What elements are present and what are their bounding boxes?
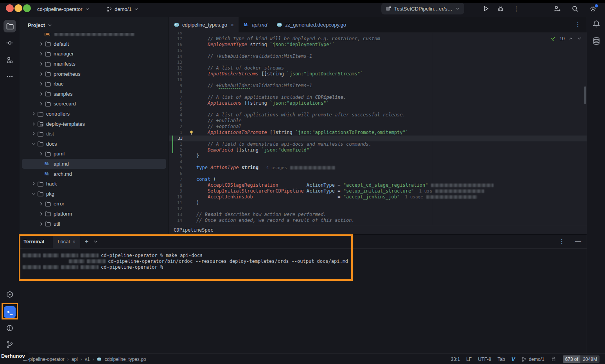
encoding-widget[interactable]: UTF-8 xyxy=(478,357,491,362)
chevron-right-icon[interactable] xyxy=(38,71,45,77)
breadcrumb-item[interactable]: cd-pipeline-operator xyxy=(23,357,65,362)
debug-button[interactable] xyxy=(495,3,506,14)
code-line[interactable]: 12 // A list of docker streams xyxy=(169,65,587,71)
chevron-right-icon[interactable] xyxy=(31,121,37,127)
chevron-right-icon[interactable] xyxy=(38,61,45,67)
branch-selector[interactable]: demo/1 xyxy=(106,4,139,14)
editor-tab[interactable]: cdpipeline_types.go× xyxy=(169,17,239,32)
new-terminal-icon[interactable]: + xyxy=(85,238,88,245)
tree-item-controllers[interactable]: controllers xyxy=(22,109,166,119)
tree-item-hack[interactable]: hack xyxy=(22,179,166,189)
code-line[interactable]: 2 // +optional xyxy=(169,124,587,130)
project-selector[interactable]: cd-pipeline-operator xyxy=(37,4,90,14)
chevron-right-icon[interactable] xyxy=(38,81,45,87)
code-with-me-button[interactable] xyxy=(551,3,562,14)
terminal-output[interactable]: cd-pipeline-operator % make api-docscd-p… xyxy=(23,252,583,270)
code-line[interactable]: 18 xyxy=(169,32,587,36)
tree-item-default[interactable]: default xyxy=(22,39,166,49)
tree-item-platform[interactable]: platform xyxy=(22,209,166,219)
tree-item-samples[interactable]: samples xyxy=(22,89,166,99)
tree-item-arch.md[interactable]: M↓arch.md xyxy=(22,169,166,179)
ideavim-icon[interactable]: V xyxy=(512,356,515,362)
chevron-down-icon[interactable] xyxy=(31,141,37,147)
code-line[interactable]: 14// Once action ended, we record a resu… xyxy=(169,218,587,223)
code-line[interactable]: 14 // +kubebuilder:validation:MinItems=1 xyxy=(169,54,587,59)
code-line[interactable]: 10 xyxy=(169,77,587,83)
prev-problem-icon[interactable] xyxy=(568,36,573,41)
tree-item-util[interactable]: util xyxy=(22,219,166,229)
line-separator-widget[interactable]: LF xyxy=(466,357,472,362)
close-tab-icon[interactable]: × xyxy=(231,22,234,28)
memory-indicator[interactable]: 673 of 2048M xyxy=(563,355,600,363)
tree-item-scorecard[interactable]: scorecard xyxy=(22,99,166,109)
search-everywhere-button[interactable] xyxy=(569,3,580,14)
chevron-right-icon[interactable] xyxy=(38,101,45,107)
project-tool-button[interactable] xyxy=(4,20,16,32)
code-line[interactable]: 6 xyxy=(169,171,587,177)
code-line[interactable]: 17 // Which type of kind will be deploye… xyxy=(169,36,587,42)
code-line[interactable]: 9 SetupInitialStructureForCDPipeline Act… xyxy=(169,188,587,194)
problems-tool-button[interactable] xyxy=(4,322,16,334)
database-tool-button[interactable] xyxy=(592,37,601,45)
code-line[interactable]: 33 xyxy=(169,136,587,141)
terminal-more-icon[interactable]: ⋮ xyxy=(559,238,565,245)
code-line[interactable]: 13 xyxy=(169,59,587,65)
structure-tool-button[interactable] xyxy=(4,54,16,66)
zoom-window-button[interactable] xyxy=(23,4,31,12)
code-line[interactable]: 1 ApplicationsToPromote []string `json:"… xyxy=(169,130,587,136)
next-problem-icon[interactable] xyxy=(577,36,582,41)
close-tab-icon[interactable]: × xyxy=(72,239,75,244)
inspections-widget[interactable]: 10 xyxy=(550,36,582,41)
terminal-tab-local[interactable]: Local × xyxy=(53,235,80,249)
code-line[interactable]: 6 Applications []string `json:"applicati… xyxy=(169,100,587,106)
tree-item-rbac[interactable]: rbac xyxy=(22,79,166,89)
code-line[interactable]: 2 DemoField []string `json:"demoField"` xyxy=(169,147,587,153)
more-tool-windows-button[interactable] xyxy=(4,70,16,83)
editor-tab[interactable]: M↓api.md xyxy=(239,17,272,32)
git-branch-widget[interactable]: demo/1 xyxy=(521,357,544,362)
git-tool-button[interactable] xyxy=(4,338,16,351)
minimize-window-button[interactable] xyxy=(14,4,22,12)
code-line[interactable]: 11 InputDockerStreams []string `json:"in… xyxy=(169,71,587,77)
tree-item-dist[interactable]: dist xyxy=(22,129,166,139)
breadcrumb-item[interactable]: v1 xyxy=(85,357,90,362)
tree-item-puml[interactable]: puml xyxy=(22,149,166,159)
chevron-right-icon[interactable] xyxy=(38,221,45,227)
tree-item-manifests[interactable]: manifests xyxy=(22,59,166,69)
code-line[interactable]: 5 xyxy=(169,106,587,112)
tree-item-manager[interactable]: manager xyxy=(22,49,166,59)
chevron-right-icon[interactable] xyxy=(38,51,45,57)
chevron-right-icon[interactable] xyxy=(31,111,37,117)
code-line[interactable]: 10 AcceptJenkinsJob = "accept_jenkins_jo… xyxy=(169,194,587,200)
indent-widget[interactable]: Tab xyxy=(497,357,505,362)
code-line[interactable]: 4 // A list of applications which will p… xyxy=(169,112,587,118)
editor-tab[interactable]: zz_generated.deepcopy.go xyxy=(272,17,351,32)
chevron-down-icon[interactable] xyxy=(31,191,37,197)
close-window-button[interactable] xyxy=(6,4,14,12)
code-line[interactable]: 8 AcceptCDStageRegistration ActionType =… xyxy=(169,182,587,188)
code-line[interactable]: 4 xyxy=(169,159,587,165)
breadcrumb-scope[interactable]: CDPipelineSpec xyxy=(174,227,213,233)
intention-bulb-icon[interactable] xyxy=(189,130,194,135)
notifications-tool-button[interactable] xyxy=(592,20,601,28)
tree-item-prometheus[interactable]: prometheus xyxy=(22,69,166,79)
terminal-tool-button[interactable]: >_ xyxy=(4,306,16,318)
chevron-right-icon[interactable] xyxy=(38,91,45,97)
code-line[interactable]: 3 // +nullable xyxy=(169,118,587,124)
code-line[interactable]: 1 // A field to demonstrate api-docs and… xyxy=(169,141,587,147)
chevron-right-icon[interactable] xyxy=(31,181,37,187)
tab-options-icon[interactable]: ⋮ xyxy=(575,21,581,28)
code-line[interactable]: 8 xyxy=(169,89,587,95)
code-line[interactable]: 11) xyxy=(169,200,587,206)
chevron-right-icon[interactable] xyxy=(38,151,45,157)
run-tool-button[interactable] xyxy=(4,288,16,301)
caret-position-widget[interactable]: 33:1 xyxy=(451,357,460,362)
code-line[interactable]: 7const ( xyxy=(169,177,587,182)
code-line[interactable]: 5type ActionType string 4 usages xyxy=(169,165,587,171)
breadcrumb-item[interactable]: api xyxy=(72,357,78,362)
commit-tool-button[interactable] xyxy=(4,37,16,49)
code-line[interactable]: 13// Result describes how action were pe… xyxy=(169,212,587,218)
editor-scrollbar[interactable] xyxy=(584,86,586,104)
chevron-right-icon[interactable] xyxy=(38,211,45,217)
tree-item-deploy-templates[interactable]: deploy-templates xyxy=(22,119,166,129)
